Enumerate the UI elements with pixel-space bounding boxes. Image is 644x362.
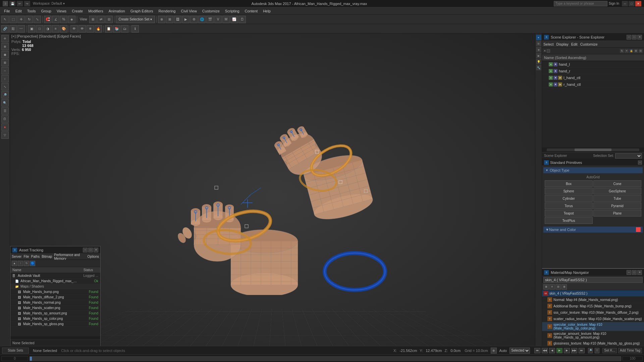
render-env-btn[interactable]: 🌐 bbox=[198, 16, 206, 23]
se-item-l-hand-ctl[interactable]: ● ■ ▶ l_hand_ctl bbox=[542, 74, 644, 81]
at-tb-4[interactable]: 🔵 bbox=[30, 261, 35, 266]
se-folder-icon-4[interactable]: ▶ bbox=[558, 82, 562, 86]
menu-edit[interactable]: Edit bbox=[13, 8, 24, 14]
scale-btn[interactable]: ⤡ bbox=[34, 16, 41, 23]
time-frame-display[interactable]: 0 bbox=[1, 356, 28, 361]
tl-start-btn[interactable]: ⏮ bbox=[534, 348, 540, 353]
se-eye-icon-2[interactable]: ● bbox=[549, 69, 553, 73]
create-panel-icon[interactable]: ✦ bbox=[536, 35, 541, 40]
transform-gizmo-btn[interactable]: ⊕ bbox=[158, 16, 165, 23]
maximize-btn[interactable]: □ bbox=[629, 1, 635, 6]
se-close-btn[interactable]: ✕ bbox=[637, 35, 642, 40]
menu-group[interactable]: Group bbox=[38, 8, 54, 14]
plane-btn[interactable]: Plane bbox=[593, 210, 641, 217]
se-eye-icon-3[interactable]: ● bbox=[549, 76, 553, 80]
mat-nav-search-input[interactable] bbox=[543, 277, 643, 283]
lt-btn-6[interactable]: ↕ bbox=[1, 75, 9, 82]
render-setting-btn[interactable]: ⚙ bbox=[190, 16, 198, 23]
tl-next-frame-btn[interactable]: ▶ bbox=[564, 348, 570, 353]
mat-item-1[interactable]: T Normal: Map #4 (Male_Hands_normal.png) bbox=[542, 297, 644, 303]
named-sel-btn[interactable]: 📋 bbox=[105, 25, 112, 33]
hierarchy-panel-icon[interactable]: ◈ bbox=[536, 47, 541, 52]
unhide-all-btn[interactable]: 👁 bbox=[78, 25, 86, 33]
minimize-btn[interactable]: ─ bbox=[622, 1, 628, 6]
at-menu-perf[interactable]: Performance and Memory bbox=[54, 253, 85, 260]
rotate-btn[interactable]: ↻ bbox=[25, 16, 33, 23]
se-folder-icon-3[interactable]: ▶ bbox=[558, 76, 562, 80]
pyramid-btn[interactable]: Pyramid bbox=[593, 202, 641, 209]
display-panel-icon[interactable]: 💡 bbox=[536, 59, 541, 64]
se-sort-btn[interactable]: ⇅ bbox=[620, 49, 624, 53]
mat-item-6[interactable]: T specular_amount_texture: Map #10 (Male… bbox=[542, 331, 644, 340]
select-btn[interactable]: ↖ bbox=[1, 16, 9, 23]
mat-view-btn-2[interactable]: ≡ bbox=[549, 284, 555, 290]
at-tb-1[interactable]: ▲ bbox=[12, 261, 17, 266]
menu-graph-editors[interactable]: Graph Editors bbox=[128, 8, 156, 14]
schematic-btn[interactable]: 🗒 bbox=[238, 16, 246, 23]
at-tb-2[interactable]: ↑ bbox=[18, 261, 23, 266]
render-btn[interactable]: ▶ bbox=[182, 16, 190, 23]
freeze-btn[interactable]: ❄ bbox=[87, 25, 94, 33]
menu-tools[interactable]: Tools bbox=[24, 8, 39, 14]
at-maximize[interactable]: □ bbox=[88, 248, 93, 252]
se-menu-edit[interactable]: Edit bbox=[571, 42, 578, 46]
select-none-btn[interactable]: □ bbox=[36, 25, 43, 33]
lt-btn-5[interactable]: ↔ bbox=[1, 67, 9, 74]
curve-editor-btn[interactable]: 📈 bbox=[230, 16, 238, 23]
mat-view-btn-1[interactable]: ⊞ bbox=[543, 284, 549, 290]
modify-panel-icon[interactable]: ⊞ bbox=[536, 41, 541, 46]
quick-access-btn[interactable]: 💾 bbox=[9, 1, 15, 6]
lt-btn-8[interactable]: 🔎 bbox=[1, 91, 9, 99]
se-menu-select[interactable]: Select bbox=[543, 42, 554, 46]
teapot-btn[interactable]: Teapot bbox=[545, 210, 593, 217]
se-item-hand-r[interactable]: ● ■ hand_r bbox=[542, 68, 644, 74]
at-row-asset-1[interactable]: 🖼 Male_Hands_bump.png Found bbox=[10, 289, 100, 295]
sign-in-btn[interactable]: Sign In bbox=[609, 2, 619, 5]
media-player-btn[interactable]: 🎬 bbox=[206, 16, 214, 23]
se-item-r-hand-ctl[interactable]: ● ■ ▶ r_hand_ctl bbox=[542, 81, 644, 88]
at-row-asset-6[interactable]: 🖼 Male_Hands_sp_color.png Found bbox=[10, 316, 100, 321]
torus-btn[interactable]: Torus bbox=[545, 202, 593, 209]
move-btn[interactable]: ✛ bbox=[17, 16, 25, 23]
tube-btn[interactable]: Tube bbox=[593, 195, 641, 202]
menu-create[interactable]: Create bbox=[69, 8, 86, 14]
state-sets-btn[interactable]: State Sets bbox=[2, 348, 29, 354]
at-row-asset-5[interactable]: 🖼 Male_Hands_sp_amount.png Found bbox=[10, 311, 100, 316]
lt-btn-1[interactable]: ✛ bbox=[1, 35, 9, 42]
bind-space-warp-btn[interactable]: 〰 bbox=[17, 25, 25, 33]
se-layer-icon-2[interactable]: ■ bbox=[553, 69, 557, 73]
se-minimize-btn[interactable]: ─ bbox=[627, 35, 631, 40]
se-hscrollbar[interactable] bbox=[542, 147, 644, 152]
viewport-layout-btn[interactable]: ⊞ bbox=[166, 16, 173, 23]
angle-snap-btn[interactable]: ∠ bbox=[52, 16, 59, 23]
se-filter-icon[interactable]: ✕ bbox=[543, 49, 546, 53]
mat-view-btn-4[interactable]: ⊞ bbox=[561, 284, 567, 290]
vray-btn[interactable]: V bbox=[214, 16, 222, 23]
textplus-btn[interactable]: TextPlus bbox=[545, 217, 593, 224]
select-region-btn[interactable]: ⬚ bbox=[9, 16, 17, 23]
mat-nav-minimize[interactable]: ─ bbox=[627, 270, 631, 275]
menu-modifiers[interactable]: Modifiers bbox=[86, 8, 106, 14]
redo-btn[interactable]: ↪ bbox=[24, 1, 30, 6]
se-eye-icon-1[interactable]: ● bbox=[549, 62, 553, 66]
at-hscrollbar[interactable] bbox=[10, 336, 100, 340]
mat-item-3[interactable]: T sss_color_texture: Map #10 (Male_Hands… bbox=[542, 309, 644, 316]
undo-btn[interactable]: ↩ bbox=[17, 1, 23, 6]
mat-item-4[interactable]: T scatter_radius_texture: Map #10 (Male_… bbox=[542, 316, 644, 322]
percent-snap-btn[interactable]: % bbox=[60, 16, 67, 23]
se-layer-icon-3[interactable]: ■ bbox=[553, 76, 557, 80]
array-btn[interactable]: ⊟ bbox=[105, 16, 113, 23]
sphere-btn[interactable]: Sphere bbox=[545, 188, 593, 194]
add-time-tag-btn[interactable]: Add Time Tag bbox=[618, 348, 642, 353]
close-btn[interactable]: ✕ bbox=[635, 1, 641, 6]
box-btn[interactable]: Box bbox=[545, 180, 593, 187]
create-panel-minimize[interactable]: ─ bbox=[638, 161, 642, 165]
se-menu-display[interactable]: Display bbox=[556, 42, 569, 46]
at-menu-bitmap[interactable]: Bitmap bbox=[42, 255, 52, 258]
mirror-btn[interactable]: ⇌ bbox=[97, 16, 105, 23]
menu-file[interactable]: File bbox=[1, 8, 13, 14]
menu-help[interactable]: Help bbox=[260, 8, 273, 14]
selected-dropdown[interactable]: Selected bbox=[509, 348, 530, 354]
cylinder-btn[interactable]: Cylinder bbox=[545, 195, 593, 202]
menu-scripting[interactable]: Scripting bbox=[222, 8, 242, 14]
